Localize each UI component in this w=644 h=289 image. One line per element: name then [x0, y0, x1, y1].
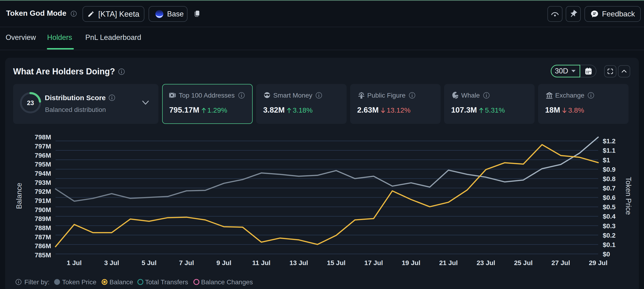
svg-text:3 Jul: 3 Jul: [104, 259, 119, 266]
svg-text:797M: 797M: [35, 143, 51, 150]
svg-text:$1: $1: [603, 156, 610, 164]
svg-text:21 Jul: 21 Jul: [439, 259, 458, 266]
svg-text:Total Transfers: Total Transfers: [145, 278, 188, 286]
svg-text:$0.4: $0.4: [603, 213, 616, 220]
svg-text:793M: 793M: [35, 179, 51, 186]
svg-text:795M: 795M: [35, 161, 51, 168]
svg-text:5 Jul: 5 Jul: [142, 259, 156, 266]
svg-text:27 Jul: 27 Jul: [552, 259, 570, 266]
svg-text:$0: $0: [603, 250, 610, 258]
svg-text:Token Price: Token Price: [624, 177, 632, 215]
svg-text:$0.6: $0.6: [603, 194, 616, 201]
svg-text:1 Jul: 1 Jul: [67, 259, 82, 266]
svg-text:25 Jul: 25 Jul: [514, 259, 532, 266]
svg-text:17 Jul: 17 Jul: [364, 259, 383, 266]
svg-text:15 Jul: 15 Jul: [327, 259, 346, 266]
svg-text:Token Price: Token Price: [62, 278, 96, 286]
svg-text:$1.2: $1.2: [603, 137, 616, 145]
svg-text:786M: 786M: [35, 242, 51, 250]
svg-text:$0.9: $0.9: [603, 166, 616, 173]
svg-text:$0.3: $0.3: [603, 222, 616, 230]
svg-text:$0.2: $0.2: [603, 232, 616, 239]
svg-text:Balance Changes: Balance Changes: [201, 278, 253, 286]
svg-text:790M: 790M: [35, 206, 51, 213]
svg-text:13 Jul: 13 Jul: [290, 259, 308, 266]
svg-text:787M: 787M: [35, 233, 51, 241]
svg-text:791M: 791M: [35, 197, 51, 204]
svg-text:19 Jul: 19 Jul: [402, 259, 420, 266]
svg-text:798M: 798M: [35, 133, 51, 141]
svg-text:$0.5: $0.5: [603, 203, 616, 211]
svg-text:789M: 789M: [35, 215, 51, 222]
svg-text:Filter by:: Filter by:: [24, 278, 50, 286]
svg-text:792M: 792M: [35, 188, 51, 195]
svg-text:$1.1: $1.1: [603, 147, 616, 154]
svg-text:29 Jul: 29 Jul: [589, 259, 608, 266]
svg-text:Balance: Balance: [15, 183, 23, 209]
svg-text:788M: 788M: [35, 224, 51, 231]
svg-text:$0.1: $0.1: [603, 241, 616, 248]
svg-text:Balance: Balance: [110, 278, 133, 286]
svg-text:$0.7: $0.7: [603, 185, 616, 192]
svg-text:794M: 794M: [35, 170, 51, 177]
svg-text:796M: 796M: [35, 152, 51, 159]
svg-text:9 Jul: 9 Jul: [216, 259, 232, 266]
svg-text:785M: 785M: [35, 251, 51, 259]
svg-text:23 Jul: 23 Jul: [477, 259, 495, 266]
svg-text:11 Jul: 11 Jul: [252, 259, 270, 266]
svg-text:7 Jul: 7 Jul: [179, 259, 194, 266]
svg-text:$0.8: $0.8: [603, 175, 616, 182]
